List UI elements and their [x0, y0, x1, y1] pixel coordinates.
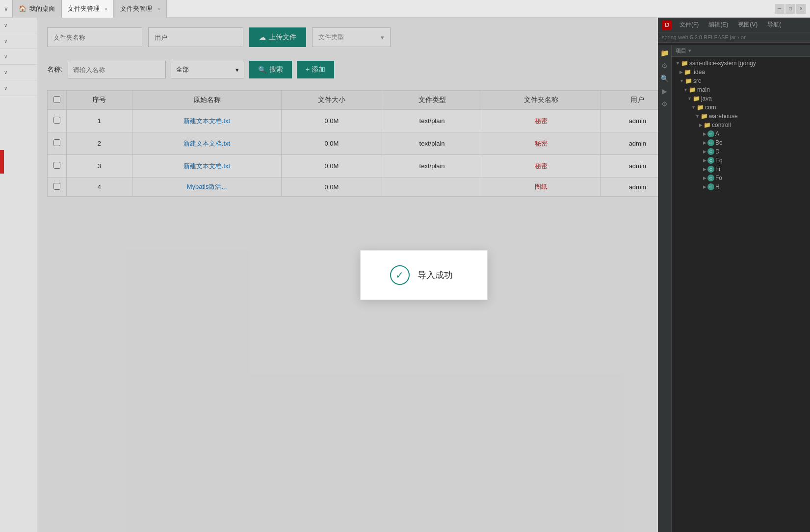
sidebar-item-5[interactable]: ∨ — [0, 80, 37, 96]
home-icon: 🏠 — [19, 5, 26, 12]
tab-home[interactable]: 🏠 我的桌面 — [12, 0, 61, 18]
maximize-button[interactable]: □ — [785, 4, 795, 14]
sidebar-item-4[interactable]: ∨ — [0, 65, 37, 80]
window-controls: ─ □ × — [775, 4, 806, 14]
sidebar: ∨ ∨ ∨ ∨ ∨ — [0, 18, 37, 532]
tab-bar: ∨ 🏠 我的桌面 文件夹管理 × 文件夹管理 × ─ □ × — [0, 0, 810, 18]
sidebar-item-1[interactable]: ∨ — [0, 18, 37, 33]
sidebar-red-indicator — [0, 150, 4, 174]
tab-folder-2-label: 文件夹管理 — [120, 4, 152, 13]
tab-folder-1-close[interactable]: × — [105, 6, 107, 12]
tab-home-label: 我的桌面 — [29, 4, 55, 13]
chevron-icon-4: ∨ — [4, 70, 7, 75]
success-icon: ✓ — [390, 265, 410, 285]
content-area: ☁ 上传文件 文件类型 ▾ 查询 名称: 全部 ▾ 🔍 搜索 — [37, 18, 810, 532]
tab-folder-1[interactable]: 文件夹管理 × — [61, 0, 114, 18]
close-window-button[interactable]: × — [796, 4, 806, 14]
sidebar-item-2[interactable]: ∨ — [0, 33, 37, 49]
main-container: ∨ ∨ ∨ ∨ ∨ ☁ 上传文件 文件类型 ▾ — [0, 18, 810, 532]
tab-folder-2-close[interactable]: × — [157, 6, 160, 12]
tab-folder-2[interactable]: 文件夹管理 × — [114, 0, 166, 18]
chevron-icon-1: ∨ — [4, 23, 7, 28]
sidebar-item-3[interactable]: ∨ — [0, 49, 37, 65]
modal-overlay: ✓ 导入成功 — [37, 18, 810, 532]
chevron-icon-5: ∨ — [4, 85, 7, 91]
minimize-button[interactable]: ─ — [775, 4, 784, 14]
collapse-icon[interactable]: ∨ — [4, 5, 8, 12]
modal-message: 导入成功 — [418, 269, 453, 281]
chevron-icon-2: ∨ — [4, 38, 7, 44]
chevron-icon-3: ∨ — [4, 54, 7, 59]
tab-folder-1-label: 文件夹管理 — [68, 4, 100, 13]
success-modal: ✓ 导入成功 — [360, 250, 488, 300]
